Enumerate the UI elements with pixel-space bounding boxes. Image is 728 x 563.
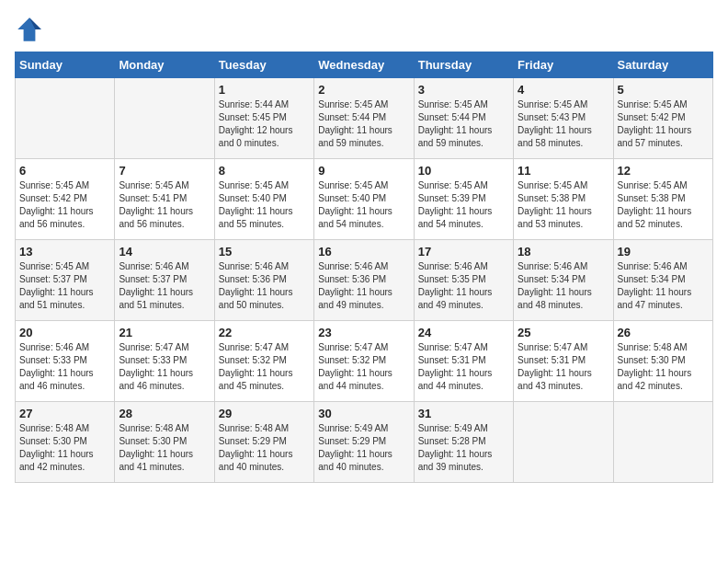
day-info: Sunrise: 5:45 AM Sunset: 5:40 PM Dayligh… [219,179,310,231]
calendar-cell: 20Sunrise: 5:46 AM Sunset: 5:33 PM Dayli… [16,321,115,402]
day-info: Sunrise: 5:48 AM Sunset: 5:30 PM Dayligh… [119,422,210,474]
calendar-cell: 17Sunrise: 5:46 AM Sunset: 5:35 PM Dayli… [414,240,513,321]
calendar-cell: 16Sunrise: 5:46 AM Sunset: 5:36 PM Dayli… [314,240,414,321]
day-number: 22 [219,326,310,339]
week-row-1: 1Sunrise: 5:44 AM Sunset: 5:45 PM Daylig… [16,78,713,159]
day-number: 2 [318,83,409,97]
day-info: Sunrise: 5:49 AM Sunset: 5:28 PM Dayligh… [418,422,509,474]
calendar-cell: 24Sunrise: 5:47 AM Sunset: 5:31 PM Dayli… [414,321,513,402]
day-info: Sunrise: 5:48 AM Sunset: 5:30 PM Dayligh… [19,422,110,474]
calendar-cell: 14Sunrise: 5:46 AM Sunset: 5:37 PM Dayli… [115,240,214,321]
header-sunday: Sunday [16,52,115,78]
day-info: Sunrise: 5:45 AM Sunset: 5:38 PM Dayligh… [518,179,609,231]
day-info: Sunrise: 5:45 AM Sunset: 5:38 PM Dayligh… [618,179,709,231]
logo-icon [15,15,44,44]
day-info: Sunrise: 5:45 AM Sunset: 5:44 PM Dayligh… [418,98,509,150]
calendar-cell: 4Sunrise: 5:45 AM Sunset: 5:43 PM Daylig… [514,78,613,159]
day-number: 3 [418,83,509,97]
calendar-cell: 25Sunrise: 5:47 AM Sunset: 5:31 PM Dayli… [514,321,613,402]
calendar-cell [16,78,115,159]
day-number: 20 [19,326,110,339]
calendar-cell: 29Sunrise: 5:48 AM Sunset: 5:29 PM Dayli… [214,402,313,483]
calendar-cell: 18Sunrise: 5:46 AM Sunset: 5:34 PM Dayli… [514,240,613,321]
calendar-cell: 30Sunrise: 5:49 AM Sunset: 5:29 PM Dayli… [314,402,414,483]
day-info: Sunrise: 5:45 AM Sunset: 5:41 PM Dayligh… [119,179,210,231]
day-number: 15 [219,245,310,259]
day-number: 12 [618,164,709,178]
calendar-cell: 21Sunrise: 5:47 AM Sunset: 5:33 PM Dayli… [115,321,214,402]
calendar-body: 1Sunrise: 5:44 AM Sunset: 5:45 PM Daylig… [16,78,713,483]
day-number: 29 [219,407,310,420]
calendar-cell: 23Sunrise: 5:47 AM Sunset: 5:32 PM Dayli… [314,321,414,402]
day-number: 25 [518,326,609,339]
day-info: Sunrise: 5:46 AM Sunset: 5:37 PM Dayligh… [119,260,210,312]
day-info: Sunrise: 5:49 AM Sunset: 5:29 PM Dayligh… [318,422,409,474]
day-number: 30 [318,407,409,420]
calendar-cell: 15Sunrise: 5:46 AM Sunset: 5:36 PM Dayli… [214,240,313,321]
day-number: 7 [119,164,210,178]
day-info: Sunrise: 5:46 AM Sunset: 5:33 PM Dayligh… [19,341,110,393]
day-info: Sunrise: 5:45 AM Sunset: 5:43 PM Dayligh… [518,98,609,150]
header-saturday: Saturday [613,52,712,78]
day-info: Sunrise: 5:47 AM Sunset: 5:31 PM Dayligh… [518,341,609,393]
day-info: Sunrise: 5:46 AM Sunset: 5:36 PM Dayligh… [219,260,310,312]
calendar-cell: 13Sunrise: 5:45 AM Sunset: 5:37 PM Dayli… [16,240,115,321]
header-tuesday: Tuesday [214,52,313,78]
day-info: Sunrise: 5:47 AM Sunset: 5:31 PM Dayligh… [418,341,509,393]
week-row-4: 20Sunrise: 5:46 AM Sunset: 5:33 PM Dayli… [16,321,713,402]
calendar-cell [514,402,613,483]
header-row: SundayMondayTuesdayWednesdayThursdayFrid… [16,52,713,78]
day-number: 24 [418,326,509,339]
day-info: Sunrise: 5:46 AM Sunset: 5:36 PM Dayligh… [318,260,409,312]
day-info: Sunrise: 5:46 AM Sunset: 5:35 PM Dayligh… [418,260,509,312]
day-number: 14 [119,245,210,259]
day-number: 6 [19,164,110,178]
calendar-cell: 26Sunrise: 5:48 AM Sunset: 5:30 PM Dayli… [613,321,712,402]
page-header [15,15,713,44]
calendar-cell: 10Sunrise: 5:45 AM Sunset: 5:39 PM Dayli… [414,159,513,240]
calendar-cell: 19Sunrise: 5:46 AM Sunset: 5:34 PM Dayli… [613,240,712,321]
day-number: 4 [518,83,609,97]
day-number: 26 [618,326,709,339]
week-row-5: 27Sunrise: 5:48 AM Sunset: 5:30 PM Dayli… [16,402,713,483]
calendar-cell: 3Sunrise: 5:45 AM Sunset: 5:44 PM Daylig… [414,78,513,159]
week-row-3: 13Sunrise: 5:45 AM Sunset: 5:37 PM Dayli… [16,240,713,321]
day-number: 23 [318,326,409,339]
calendar-cell [115,78,214,159]
calendar-cell: 31Sunrise: 5:49 AM Sunset: 5:28 PM Dayli… [414,402,513,483]
calendar-cell: 28Sunrise: 5:48 AM Sunset: 5:30 PM Dayli… [115,402,214,483]
day-number: 11 [518,164,609,178]
calendar-cell: 8Sunrise: 5:45 AM Sunset: 5:40 PM Daylig… [214,159,313,240]
day-info: Sunrise: 5:45 AM Sunset: 5:39 PM Dayligh… [418,179,509,231]
calendar-cell: 11Sunrise: 5:45 AM Sunset: 5:38 PM Dayli… [514,159,613,240]
day-info: Sunrise: 5:47 AM Sunset: 5:33 PM Dayligh… [119,341,210,393]
calendar-cell: 9Sunrise: 5:45 AM Sunset: 5:40 PM Daylig… [314,159,414,240]
day-info: Sunrise: 5:48 AM Sunset: 5:29 PM Dayligh… [219,422,310,474]
day-info: Sunrise: 5:44 AM Sunset: 5:45 PM Dayligh… [219,98,310,150]
day-number: 10 [418,164,509,178]
day-info: Sunrise: 5:46 AM Sunset: 5:34 PM Dayligh… [618,260,709,312]
day-info: Sunrise: 5:45 AM Sunset: 5:40 PM Dayligh… [318,179,409,231]
week-row-2: 6Sunrise: 5:45 AM Sunset: 5:42 PM Daylig… [16,159,713,240]
calendar-cell: 27Sunrise: 5:48 AM Sunset: 5:30 PM Dayli… [16,402,115,483]
calendar-cell: 22Sunrise: 5:47 AM Sunset: 5:32 PM Dayli… [214,321,313,402]
calendar-header: SundayMondayTuesdayWednesdayThursdayFrid… [16,52,713,78]
day-number: 9 [318,164,409,178]
day-number: 27 [19,407,110,420]
day-number: 18 [518,245,609,259]
day-info: Sunrise: 5:45 AM Sunset: 5:44 PM Dayligh… [318,98,409,150]
day-number: 13 [19,245,110,259]
logo [15,15,48,44]
day-number: 5 [618,83,709,97]
calendar-cell: 5Sunrise: 5:45 AM Sunset: 5:42 PM Daylig… [613,78,712,159]
day-number: 1 [219,83,310,97]
calendar-table: SundayMondayTuesdayWednesdayThursdayFrid… [15,52,713,483]
day-number: 31 [418,407,509,420]
day-number: 19 [618,245,709,259]
header-monday: Monday [115,52,214,78]
calendar-cell: 7Sunrise: 5:45 AM Sunset: 5:41 PM Daylig… [115,159,214,240]
day-number: 8 [219,164,310,178]
day-info: Sunrise: 5:48 AM Sunset: 5:30 PM Dayligh… [618,341,709,393]
day-info: Sunrise: 5:45 AM Sunset: 5:42 PM Dayligh… [19,179,110,231]
day-number: 28 [119,407,210,420]
